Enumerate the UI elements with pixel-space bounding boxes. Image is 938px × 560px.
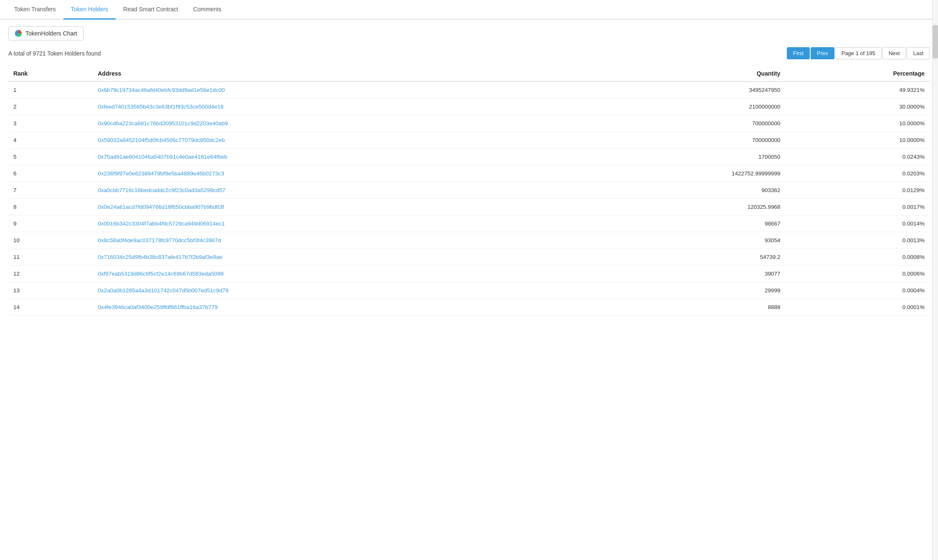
table-row: 30x90cd6a223ca681c76bd30953101c9d2203e40… — [8, 115, 930, 132]
cell-rank: 14 — [8, 299, 93, 316]
address-link[interactable]: 0x59032a8452104f5d0fcb4506c77079dc850dc2… — [98, 137, 225, 143]
cell-address: 0x0016b342c3304f7abb4f9c5729ca949d06914e… — [93, 215, 582, 232]
topbar: A total of 9721 Token Holders found Firs… — [8, 47, 930, 59]
col-rank: Rank — [8, 66, 93, 81]
cell-address: 0xf97eab5319d86c6f5cf2e14c69b67d583eda50… — [93, 266, 582, 282]
chart-button[interactable]: TokenHolders Chart — [8, 26, 84, 41]
chart-button-label: TokenHolders Chart — [25, 30, 77, 37]
cell-rank: 11 — [8, 249, 93, 266]
cell-percentage: 0.0008% — [785, 249, 930, 266]
cell-quantity: 29999 — [582, 282, 786, 299]
tab-token-holders[interactable]: Token Holders — [63, 0, 116, 20]
tab-read-smart-contract[interactable]: Read Smart Contract — [116, 0, 186, 20]
holders-table: Rank Address Quantity Percentage 10x6b79… — [8, 66, 930, 316]
next-button[interactable]: Next — [882, 47, 906, 59]
tab-bar: Token Transfers Token Holders Read Smart… — [0, 0, 938, 20]
col-quantity: Quantity — [582, 66, 786, 81]
address-link[interactable]: 0x0e24a61acd7fd094766d18f650cbba907b96d6… — [98, 204, 224, 210]
cell-percentage: 0.0017% — [785, 199, 930, 215]
table-row: 70xa0cbb7716c16bedcaddc2c9f23c0ad3a5299c… — [8, 182, 930, 199]
total-holders-text: A total of 9721 Token Holders found — [8, 50, 101, 57]
cell-rank: 4 — [8, 132, 93, 149]
cell-rank: 13 — [8, 282, 93, 299]
address-link[interactable]: 0x716034c25d9fb4b38c837afe417b7f2b9af3e9… — [98, 254, 222, 260]
cell-address: 0x59032a8452104f5d0fcb4506c77079dc850dc2… — [93, 132, 582, 149]
col-address: Address — [93, 66, 582, 81]
cell-percentage: 30.0000% — [785, 99, 930, 115]
cell-percentage: 0.0006% — [785, 266, 930, 282]
first-button[interactable]: First — [787, 47, 810, 59]
table-row: 60x236f9f97e0e62388479bf9e5ba4889e46b027… — [8, 165, 930, 182]
cell-percentage: 0.0243% — [785, 149, 930, 165]
address-link[interactable]: 0x8c58a0f4de9ac037178fc9770dcc5bf3f4c398… — [98, 237, 221, 243]
cell-quantity: 2100000000 — [582, 99, 786, 115]
cell-quantity: 1700050 — [582, 149, 786, 165]
cell-address: 0x6b79c19734ac46afd40ebfc93dd9ad1e56e1dc… — [93, 81, 582, 99]
cell-quantity: 54739.2 — [582, 249, 786, 266]
address-link[interactable]: 0x90cd6a223ca681c76bd30953101c9d2203e40a… — [98, 120, 228, 127]
cell-percentage: 0.0203% — [785, 165, 930, 182]
cell-percentage: 0.0004% — [785, 282, 930, 299]
cell-rank: 6 — [8, 165, 93, 182]
cell-rank: 8 — [8, 199, 93, 215]
cell-address: 0x75ad91ae8041046a5407b91c4e0ae4181e64f6… — [93, 149, 582, 165]
cell-quantity: 8888 — [582, 299, 786, 316]
table-row: 100x8c58a0f4de9ac037178fc9770dcc5bf3f4c3… — [8, 232, 930, 249]
page-info: Page 1 of 195 — [835, 47, 882, 59]
cell-rank: 1 — [8, 81, 93, 99]
scrollbar[interactable] — [932, 0, 938, 322]
table-row: 20xfeed740153565b43c3e63bf1f93c53ce500d4… — [8, 99, 930, 115]
address-link[interactable]: 0xf97eab5319d86c6f5cf2e14c69b67d583eda50… — [98, 271, 223, 277]
tab-comments[interactable]: Comments — [186, 0, 229, 20]
cell-address: 0x8c58a0f4de9ac037178fc9770dcc5bf3f4c398… — [93, 232, 582, 249]
prev-button[interactable]: Prev — [811, 47, 834, 59]
cell-percentage: 10.0000% — [785, 115, 930, 132]
address-link[interactable]: 0xa0cbb7716c16bedcaddc2c9f23c0ad3a5299cd… — [98, 187, 226, 193]
cell-percentage: 0.0013% — [785, 232, 930, 249]
table-row: 140x4fe3946ca0af3400e259ffdf661ffba16a37… — [8, 299, 930, 316]
cell-rank: 5 — [8, 149, 93, 165]
address-link[interactable]: 0xfeed740153565b43c3e63bf1f93c53ce500d4e… — [98, 104, 223, 110]
main-content: TokenHolders Chart A total of 9721 Token… — [0, 20, 938, 322]
address-link[interactable]: 0x0016b342c3304f7abb4f9c5729ca949d06914e… — [98, 220, 225, 227]
cell-address: 0xfeed740153565b43c3e63bf1f93c53ce500d4e… — [93, 99, 582, 115]
cell-quantity: 3495247950 — [582, 81, 786, 99]
address-link[interactable]: 0x4fe3946ca0af3400e259ffdf661ffba16a37b7… — [98, 304, 218, 310]
address-link[interactable]: 0x6b79c19734ac46afd40ebfc93dd9ad1e56e1dc… — [98, 87, 225, 93]
table-row: 40x59032a8452104f5d0fcb4506c77079dc850dc… — [8, 132, 930, 149]
address-link[interactable]: 0x236f9f97e0e62388479bf9e5ba4889e46b0273… — [98, 170, 224, 177]
cell-address: 0x90cd6a223ca681c76bd30953101c9d2203e40a… — [93, 115, 582, 132]
cell-address: 0x2a0a0b1285a4a3d101742c047d5b007ed51c9d… — [93, 282, 582, 299]
cell-address: 0x236f9f97e0e62388479bf9e5ba4889e46b0273… — [93, 165, 582, 182]
address-link[interactable]: 0x2a0a0b1285a4a3d101742c047d5b007ed51c9d… — [98, 287, 228, 294]
cell-address: 0x716034c25d9fb4b38c837afe417b7f2b9af3e9… — [93, 249, 582, 266]
cell-rank: 12 — [8, 266, 93, 282]
last-button[interactable]: Last — [907, 47, 930, 59]
table-row: 110x716034c25d9fb4b38c837afe417b7f2b9af3… — [8, 249, 930, 266]
cell-quantity: 98667 — [582, 215, 786, 232]
cell-quantity: 700000000 — [582, 115, 786, 132]
cell-quantity: 39077 — [582, 266, 786, 282]
table-header-row: Rank Address Quantity Percentage — [8, 66, 930, 81]
pagination: First Prev Page 1 of 195 Next Last — [787, 47, 930, 59]
address-link[interactable]: 0x75ad91ae8041046a5407b91c4e0ae4181e64f6… — [98, 154, 227, 160]
cell-rank: 9 — [8, 215, 93, 232]
cell-quantity: 120325.9968 — [582, 199, 786, 215]
cell-rank: 10 — [8, 232, 93, 249]
table-row: 130x2a0a0b1285a4a3d101742c047d5b007ed51c… — [8, 282, 930, 299]
table-row: 80x0e24a61acd7fd094766d18f650cbba907b96d… — [8, 199, 930, 215]
col-percentage: Percentage — [785, 66, 930, 81]
cell-percentage: 0.0001% — [785, 299, 930, 316]
scrollbar-thumb[interactable] — [933, 25, 938, 58]
cell-address: 0xa0cbb7716c16bedcaddc2c9f23c0ad3a5299cd… — [93, 182, 582, 199]
cell-address: 0x0e24a61acd7fd094766d18f650cbba907b96d6… — [93, 199, 582, 215]
cell-percentage: 49.9321% — [785, 81, 930, 99]
table-row: 90x0016b342c3304f7abb4f9c5729ca949d06914… — [8, 215, 930, 232]
cell-percentage: 10.0000% — [785, 132, 930, 149]
cell-percentage: 0.0129% — [785, 182, 930, 199]
tab-token-transfers[interactable]: Token Transfers — [7, 0, 63, 20]
cell-address: 0x4fe3946ca0af3400e259ffdf661ffba16a37b7… — [93, 299, 582, 316]
cell-quantity: 1422752.99999999 — [582, 165, 786, 182]
table-row: 120xf97eab5319d86c6f5cf2e14c69b67d583eda… — [8, 266, 930, 282]
cell-rank: 2 — [8, 99, 93, 115]
